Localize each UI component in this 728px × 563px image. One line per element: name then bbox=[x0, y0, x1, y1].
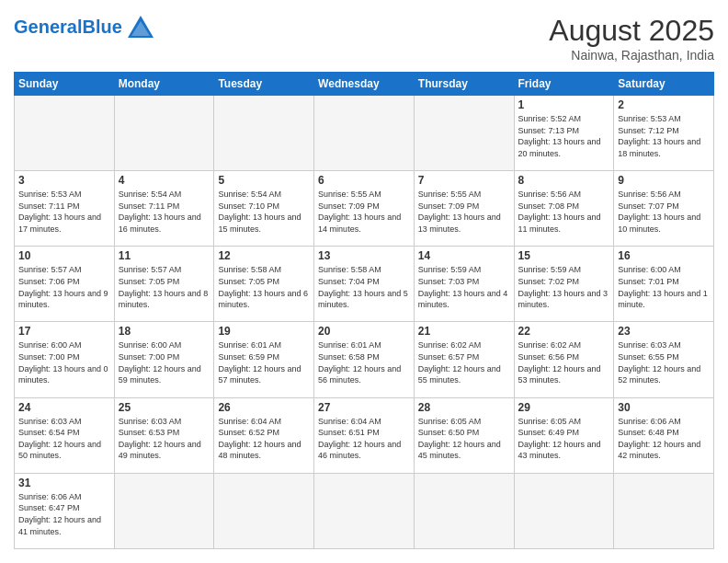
logo-text: GeneralBlue bbox=[14, 17, 122, 37]
col-tuesday: Tuesday bbox=[214, 73, 314, 96]
calendar-table: Sunday Monday Tuesday Wednesday Thursday… bbox=[14, 72, 714, 549]
calendar-cell: 11Sunrise: 5:57 AM Sunset: 7:05 PM Dayli… bbox=[114, 247, 214, 322]
col-friday: Friday bbox=[514, 73, 614, 96]
calendar-cell: 19Sunrise: 6:01 AM Sunset: 6:59 PM Dayli… bbox=[214, 322, 314, 397]
day-number: 30 bbox=[618, 401, 710, 414]
day-info: Sunrise: 5:56 AM Sunset: 7:07 PM Dayligh… bbox=[618, 189, 710, 235]
day-info: Sunrise: 6:00 AM Sunset: 7:00 PM Dayligh… bbox=[119, 339, 210, 385]
day-info: Sunrise: 6:02 AM Sunset: 6:57 PM Dayligh… bbox=[418, 339, 510, 385]
day-number: 28 bbox=[418, 401, 510, 414]
calendar-cell bbox=[214, 96, 314, 171]
calendar-cell: 12Sunrise: 5:58 AM Sunset: 7:05 PM Dayli… bbox=[214, 247, 314, 322]
day-info: Sunrise: 6:00 AM Sunset: 7:00 PM Dayligh… bbox=[18, 339, 110, 385]
day-info: Sunrise: 5:54 AM Sunset: 7:10 PM Dayligh… bbox=[218, 189, 310, 235]
day-info: Sunrise: 5:55 AM Sunset: 7:09 PM Dayligh… bbox=[318, 189, 410, 235]
day-info: Sunrise: 5:53 AM Sunset: 7:11 PM Dayligh… bbox=[18, 189, 110, 235]
day-number: 31 bbox=[18, 477, 110, 489]
day-number: 5 bbox=[218, 174, 310, 187]
calendar-cell: 31Sunrise: 6:06 AM Sunset: 6:47 PM Dayli… bbox=[15, 473, 115, 548]
day-number: 3 bbox=[18, 174, 110, 187]
day-info: Sunrise: 6:04 AM Sunset: 6:52 PM Dayligh… bbox=[218, 416, 310, 462]
calendar-cell: 16Sunrise: 6:00 AM Sunset: 7:01 PM Dayli… bbox=[614, 247, 714, 322]
day-number: 6 bbox=[318, 174, 410, 187]
calendar-cell: 30Sunrise: 6:06 AM Sunset: 6:48 PM Dayli… bbox=[614, 397, 714, 473]
col-sunday: Sunday bbox=[15, 73, 115, 96]
day-number: 23 bbox=[618, 325, 710, 338]
calendar-cell: 5Sunrise: 5:54 AM Sunset: 7:10 PM Daylig… bbox=[214, 171, 314, 247]
calendar-cell: 27Sunrise: 6:04 AM Sunset: 6:51 PM Dayli… bbox=[314, 397, 415, 473]
logo-blue: Blue bbox=[82, 17, 121, 37]
col-wednesday: Wednesday bbox=[314, 73, 415, 96]
day-info: Sunrise: 6:03 AM Sunset: 6:53 PM Dayligh… bbox=[119, 416, 210, 462]
day-info: Sunrise: 5:59 AM Sunset: 7:03 PM Dayligh… bbox=[418, 264, 510, 310]
page: GeneralBlue August 2025 Nainwa, Rajastha… bbox=[0, 0, 728, 563]
day-number: 10 bbox=[18, 249, 110, 262]
logo-general: General bbox=[14, 17, 82, 37]
calendar-cell: 9Sunrise: 5:56 AM Sunset: 7:07 PM Daylig… bbox=[614, 171, 714, 247]
calendar-cell bbox=[414, 473, 514, 548]
calendar-cell: 21Sunrise: 6:02 AM Sunset: 6:57 PM Dayli… bbox=[414, 322, 514, 397]
calendar-cell: 25Sunrise: 6:03 AM Sunset: 6:53 PM Dayli… bbox=[114, 397, 214, 473]
day-info: Sunrise: 5:54 AM Sunset: 7:11 PM Dayligh… bbox=[119, 189, 210, 235]
calendar-cell: 22Sunrise: 6:02 AM Sunset: 6:56 PM Dayli… bbox=[514, 322, 614, 397]
calendar-cell: 23Sunrise: 6:03 AM Sunset: 6:55 PM Dayli… bbox=[614, 322, 714, 397]
day-info: Sunrise: 6:05 AM Sunset: 6:49 PM Dayligh… bbox=[518, 416, 610, 462]
calendar-cell: 20Sunrise: 6:01 AM Sunset: 6:58 PM Dayli… bbox=[314, 322, 415, 397]
calendar-cell: 15Sunrise: 5:59 AM Sunset: 7:02 PM Dayli… bbox=[514, 247, 614, 322]
day-number: 21 bbox=[418, 325, 510, 338]
day-number: 7 bbox=[418, 174, 510, 187]
day-number: 25 bbox=[119, 401, 210, 414]
calendar-cell: 6Sunrise: 5:55 AM Sunset: 7:09 PM Daylig… bbox=[314, 171, 415, 247]
day-number: 29 bbox=[518, 401, 610, 414]
day-number: 16 bbox=[618, 249, 710, 262]
day-number: 26 bbox=[218, 401, 310, 414]
day-number: 20 bbox=[318, 325, 410, 338]
day-info: Sunrise: 5:57 AM Sunset: 7:05 PM Dayligh… bbox=[119, 264, 210, 310]
day-info: Sunrise: 5:57 AM Sunset: 7:06 PM Dayligh… bbox=[18, 264, 110, 310]
day-number: 11 bbox=[119, 249, 210, 262]
day-info: Sunrise: 6:03 AM Sunset: 6:55 PM Dayligh… bbox=[618, 339, 710, 385]
day-info: Sunrise: 5:55 AM Sunset: 7:09 PM Dayligh… bbox=[418, 189, 510, 235]
day-number: 27 bbox=[318, 401, 410, 414]
day-number: 4 bbox=[119, 174, 210, 187]
calendar-cell: 28Sunrise: 6:05 AM Sunset: 6:50 PM Dayli… bbox=[414, 397, 514, 473]
calendar-cell: 1Sunrise: 5:52 AM Sunset: 7:13 PM Daylig… bbox=[514, 96, 614, 171]
day-number: 2 bbox=[618, 98, 710, 111]
day-info: Sunrise: 5:53 AM Sunset: 7:12 PM Dayligh… bbox=[618, 113, 710, 159]
day-info: Sunrise: 6:01 AM Sunset: 6:59 PM Dayligh… bbox=[218, 339, 310, 385]
calendar-cell bbox=[214, 473, 314, 548]
day-info: Sunrise: 5:58 AM Sunset: 7:05 PM Dayligh… bbox=[218, 264, 310, 310]
calendar-cell: 26Sunrise: 6:04 AM Sunset: 6:52 PM Dayli… bbox=[214, 397, 314, 473]
day-number: 9 bbox=[618, 174, 710, 187]
day-info: Sunrise: 6:03 AM Sunset: 6:54 PM Dayligh… bbox=[18, 416, 110, 462]
calendar-cell bbox=[15, 96, 115, 171]
day-info: Sunrise: 5:52 AM Sunset: 7:13 PM Dayligh… bbox=[518, 113, 610, 159]
calendar-cell bbox=[614, 473, 714, 548]
calendar-cell bbox=[114, 473, 214, 548]
calendar-cell bbox=[514, 473, 614, 548]
calendar-header-row: Sunday Monday Tuesday Wednesday Thursday… bbox=[15, 73, 714, 96]
calendar-cell bbox=[314, 96, 415, 171]
calendar-cell: 8Sunrise: 5:56 AM Sunset: 7:08 PM Daylig… bbox=[514, 171, 614, 247]
logo: GeneralBlue bbox=[14, 14, 155, 40]
calendar-cell: 2Sunrise: 5:53 AM Sunset: 7:12 PM Daylig… bbox=[614, 96, 714, 171]
calendar-cell: 13Sunrise: 5:58 AM Sunset: 7:04 PM Dayli… bbox=[314, 247, 415, 322]
calendar-cell bbox=[314, 473, 415, 548]
calendar-cell bbox=[114, 96, 214, 171]
day-info: Sunrise: 6:05 AM Sunset: 6:50 PM Dayligh… bbox=[418, 416, 510, 462]
calendar-cell: 18Sunrise: 6:00 AM Sunset: 7:00 PM Dayli… bbox=[114, 322, 214, 397]
day-info: Sunrise: 6:00 AM Sunset: 7:01 PM Dayligh… bbox=[618, 264, 710, 310]
calendar-cell: 7Sunrise: 5:55 AM Sunset: 7:09 PM Daylig… bbox=[414, 171, 514, 247]
col-saturday: Saturday bbox=[614, 73, 714, 96]
day-number: 12 bbox=[218, 249, 310, 262]
calendar-cell: 3Sunrise: 5:53 AM Sunset: 7:11 PM Daylig… bbox=[15, 171, 115, 247]
day-number: 13 bbox=[318, 249, 410, 262]
location-subtitle: Nainwa, Rajasthan, India bbox=[549, 48, 714, 63]
calendar-cell: 4Sunrise: 5:54 AM Sunset: 7:11 PM Daylig… bbox=[114, 171, 214, 247]
day-info: Sunrise: 6:04 AM Sunset: 6:51 PM Dayligh… bbox=[318, 416, 410, 462]
day-number: 22 bbox=[518, 325, 610, 338]
calendar-cell bbox=[414, 96, 514, 171]
col-monday: Monday bbox=[114, 73, 214, 96]
col-thursday: Thursday bbox=[414, 73, 514, 96]
calendar-cell: 10Sunrise: 5:57 AM Sunset: 7:06 PM Dayli… bbox=[15, 247, 115, 322]
